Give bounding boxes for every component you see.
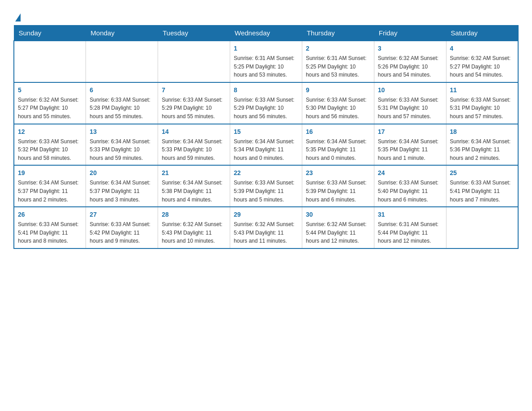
day-number: 7 [162,86,226,95]
calendar-header-saturday: Saturday [446,26,518,41]
day-number: 28 [162,210,226,219]
day-info: Sunrise: 6:34 AM Sunset: 5:38 PM Dayligh… [162,179,226,204]
calendar-week-2: 5Sunrise: 6:32 AM Sunset: 5:27 PM Daylig… [14,82,518,124]
day-number: 14 [162,127,226,137]
calendar-header-sunday: Sunday [14,26,86,41]
day-number: 9 [306,86,370,95]
day-number: 26 [18,210,82,219]
calendar-cell: 16Sunrise: 6:34 AM Sunset: 5:35 PM Dayli… [302,124,374,166]
day-number: 5 [18,86,82,95]
day-number: 2 [306,44,370,53]
calendar-cell: 2Sunrise: 6:31 AM Sunset: 5:25 PM Daylig… [302,41,374,82]
calendar-cell: 7Sunrise: 6:33 AM Sunset: 5:29 PM Daylig… [158,82,230,124]
calendar-cell: 29Sunrise: 6:32 AM Sunset: 5:43 PM Dayli… [230,207,302,248]
calendar-cell: 25Sunrise: 6:33 AM Sunset: 5:41 PM Dayli… [446,165,518,207]
day-number: 17 [378,127,442,137]
day-info: Sunrise: 6:31 AM Sunset: 5:25 PM Dayligh… [234,54,298,79]
day-number: 23 [306,168,370,178]
day-number: 6 [90,86,154,95]
calendar-cell: 19Sunrise: 6:34 AM Sunset: 5:37 PM Dayli… [14,165,86,207]
day-info: Sunrise: 6:33 AM Sunset: 5:28 PM Dayligh… [90,96,154,121]
calendar-cell: 27Sunrise: 6:33 AM Sunset: 5:42 PM Dayli… [86,207,158,248]
day-number: 3 [378,44,442,53]
day-info: Sunrise: 6:32 AM Sunset: 5:43 PM Dayligh… [162,220,226,245]
calendar-header-row: SundayMondayTuesdayWednesdayThursdayFrid… [14,26,518,41]
day-number: 15 [234,127,298,137]
calendar-cell: 10Sunrise: 6:33 AM Sunset: 5:31 PM Dayli… [374,82,446,124]
day-info: Sunrise: 6:32 AM Sunset: 5:44 PM Dayligh… [306,220,370,245]
day-number: 20 [90,168,154,178]
calendar-cell: 5Sunrise: 6:32 AM Sunset: 5:27 PM Daylig… [14,82,86,124]
day-info: Sunrise: 6:33 AM Sunset: 5:29 PM Dayligh… [162,96,226,121]
day-number: 27 [90,210,154,219]
day-info: Sunrise: 6:33 AM Sunset: 5:40 PM Dayligh… [378,179,442,204]
day-number: 30 [306,210,370,219]
calendar-cell: 14Sunrise: 6:34 AM Sunset: 5:33 PM Dayli… [158,124,230,166]
logo [13,9,21,21]
calendar-table: SundayMondayTuesdayWednesdayThursdayFrid… [13,25,519,249]
day-info: Sunrise: 6:33 AM Sunset: 5:29 PM Dayligh… [234,96,298,121]
day-number: 16 [306,127,370,137]
day-number: 31 [378,210,442,219]
day-info: Sunrise: 6:34 AM Sunset: 5:37 PM Dayligh… [18,179,82,204]
day-info: Sunrise: 6:34 AM Sunset: 5:35 PM Dayligh… [378,137,442,163]
day-info: Sunrise: 6:31 AM Sunset: 5:44 PM Dayligh… [378,220,442,245]
day-number: 24 [378,168,442,178]
calendar-cell: 6Sunrise: 6:33 AM Sunset: 5:28 PM Daylig… [86,82,158,124]
day-number: 25 [450,168,514,178]
day-number: 11 [450,86,514,95]
day-info: Sunrise: 6:33 AM Sunset: 5:31 PM Dayligh… [450,96,514,121]
day-info: Sunrise: 6:33 AM Sunset: 5:30 PM Dayligh… [306,96,370,121]
day-number: 4 [450,44,514,53]
day-number: 29 [234,210,298,219]
calendar-cell: 24Sunrise: 6:33 AM Sunset: 5:40 PM Dayli… [374,165,446,207]
calendar-week-3: 12Sunrise: 6:33 AM Sunset: 5:32 PM Dayli… [14,124,518,166]
day-number: 12 [18,127,82,137]
calendar-cell: 3Sunrise: 6:32 AM Sunset: 5:26 PM Daylig… [374,41,446,82]
calendar-week-5: 26Sunrise: 6:33 AM Sunset: 5:41 PM Dayli… [14,207,518,248]
calendar-cell: 11Sunrise: 6:33 AM Sunset: 5:31 PM Dayli… [446,82,518,124]
day-info: Sunrise: 6:32 AM Sunset: 5:27 PM Dayligh… [18,96,82,121]
calendar-cell: 31Sunrise: 6:31 AM Sunset: 5:44 PM Dayli… [374,207,446,248]
day-info: Sunrise: 6:32 AM Sunset: 5:43 PM Dayligh… [234,220,298,245]
calendar-cell: 23Sunrise: 6:33 AM Sunset: 5:39 PM Dayli… [302,165,374,207]
calendar-cell: 20Sunrise: 6:34 AM Sunset: 5:37 PM Dayli… [86,165,158,207]
calendar-cell: 12Sunrise: 6:33 AM Sunset: 5:32 PM Dayli… [14,124,86,166]
calendar-header-friday: Friday [374,26,446,41]
calendar-cell: 21Sunrise: 6:34 AM Sunset: 5:38 PM Dayli… [158,165,230,207]
day-number: 22 [234,168,298,178]
day-info: Sunrise: 6:33 AM Sunset: 5:31 PM Dayligh… [378,96,442,121]
day-info: Sunrise: 6:34 AM Sunset: 5:33 PM Dayligh… [90,137,154,163]
calendar-cell: 1Sunrise: 6:31 AM Sunset: 5:25 PM Daylig… [230,41,302,82]
calendar-cell: 4Sunrise: 6:32 AM Sunset: 5:27 PM Daylig… [446,41,518,82]
day-info: Sunrise: 6:31 AM Sunset: 5:25 PM Dayligh… [306,54,370,79]
day-info: Sunrise: 6:33 AM Sunset: 5:39 PM Dayligh… [234,179,298,204]
day-number: 1 [234,44,298,53]
calendar-week-1: 1Sunrise: 6:31 AM Sunset: 5:25 PM Daylig… [14,41,518,82]
calendar-cell: 18Sunrise: 6:34 AM Sunset: 5:36 PM Dayli… [446,124,518,166]
calendar-cell: 17Sunrise: 6:34 AM Sunset: 5:35 PM Dayli… [374,124,446,166]
calendar-week-4: 19Sunrise: 6:34 AM Sunset: 5:37 PM Dayli… [14,165,518,207]
day-number: 21 [162,168,226,178]
calendar-cell: 13Sunrise: 6:34 AM Sunset: 5:33 PM Dayli… [86,124,158,166]
day-info: Sunrise: 6:33 AM Sunset: 5:41 PM Dayligh… [18,220,82,245]
calendar-header-monday: Monday [86,26,158,41]
day-info: Sunrise: 6:34 AM Sunset: 5:37 PM Dayligh… [90,179,154,204]
day-info: Sunrise: 6:32 AM Sunset: 5:27 PM Dayligh… [450,54,514,79]
day-info: Sunrise: 6:33 AM Sunset: 5:41 PM Dayligh… [450,179,514,204]
calendar-cell [158,41,230,82]
day-number: 18 [450,127,514,137]
day-info: Sunrise: 6:33 AM Sunset: 5:32 PM Dayligh… [18,137,82,163]
calendar-cell: 22Sunrise: 6:33 AM Sunset: 5:39 PM Dayli… [230,165,302,207]
day-info: Sunrise: 6:32 AM Sunset: 5:26 PM Dayligh… [378,54,442,79]
day-info: Sunrise: 6:34 AM Sunset: 5:33 PM Dayligh… [162,137,226,163]
day-number: 19 [18,168,82,178]
day-number: 10 [378,86,442,95]
calendar-cell [86,41,158,82]
calendar-header-wednesday: Wednesday [230,26,302,41]
calendar-header-tuesday: Tuesday [158,26,230,41]
calendar-cell [14,41,86,82]
calendar-cell: 26Sunrise: 6:33 AM Sunset: 5:41 PM Dayli… [14,207,86,248]
calendar-cell: 8Sunrise: 6:33 AM Sunset: 5:29 PM Daylig… [230,82,302,124]
calendar-cell: 28Sunrise: 6:32 AM Sunset: 5:43 PM Dayli… [158,207,230,248]
